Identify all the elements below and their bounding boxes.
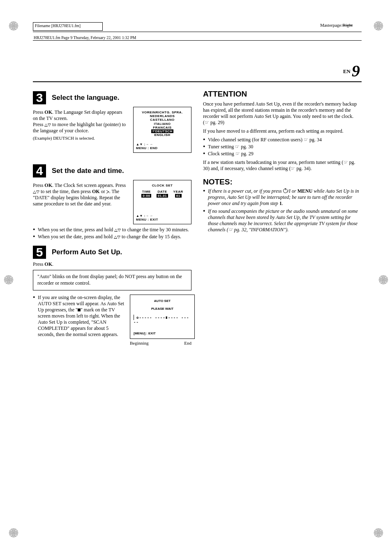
crop-mark-icon (9, 21, 18, 30)
language-screen: VOREINRICHTG. SPRA. NEDERLANDS CASTELLAN… (133, 107, 191, 153)
crop-mark-icon (9, 528, 18, 537)
step-4-text: Press OK. The Clock Set screen appears. … (33, 182, 127, 207)
attention-heading: ATTENTION (203, 90, 362, 99)
step-5-callout: "Auto" blinks on the front display panel… (33, 270, 191, 290)
power-icon (283, 189, 288, 193)
pagemaker-line: HRJ278EU1.fm Page 9 Thursday, February 2… (34, 35, 136, 40)
step-number-5: 5 (33, 246, 46, 259)
step-number-3: 3 (33, 91, 46, 104)
attention-p2: If you have moved to a different area, p… (203, 128, 362, 134)
attention-p3: If a new station starts broadcasting in … (203, 159, 362, 172)
step-3-text: Press OK. The Language Set display appea… (33, 109, 127, 134)
page-content: Filename [HRJ278EU1.fm] HRJ278EU1.fm Pag… (33, 23, 362, 345)
step-number-4: 4 (33, 164, 46, 177)
step-5-para: If you are using the on-screen display, … (33, 295, 126, 338)
step-5-title: Perform Auto Set Up. (52, 248, 122, 256)
step-4-title: Set the date and time. (52, 167, 124, 175)
step-4-bullets: When you set the time, press and hold to… (33, 227, 191, 240)
triangle-down-icon (118, 229, 121, 232)
right-column: ATTENTION Once you have performed Auto S… (203, 90, 362, 345)
filename-text: Filename [HRJ278EU1.fm] (35, 23, 81, 28)
left-column: 3 Select the language. Press OK. The Lan… (33, 90, 191, 345)
step-3-example: (Example) DEUTSCH is selected. (33, 136, 127, 140)
step-3-title: Select the language. (52, 94, 119, 102)
triangle-up-icon (33, 191, 36, 193)
step-5-header: 5 Perform Auto Set Up. (33, 246, 191, 259)
step-3-header: 3 Select the language. (33, 91, 191, 104)
notes-heading: NOTES: (203, 177, 362, 187)
triangle-down-icon (117, 236, 120, 239)
triangle-down-icon (48, 124, 51, 127)
attention-p1: Once you have performed Auto Set Up, eve… (203, 101, 362, 126)
triangle-up-icon (44, 124, 48, 127)
page-number: EN 9 (33, 61, 362, 82)
crop-mark-icon (374, 528, 383, 537)
autoset-labels: Beginning End (130, 341, 191, 345)
crop-mark-icon (374, 21, 383, 30)
triangle-down-icon (36, 191, 39, 193)
attention-bullets: Video channel setting (for RF connection… (203, 137, 362, 157)
autoset-screen: AUTO SET PLEASE WAIT o----- ----∎---- --… (130, 295, 195, 339)
triangle-up-icon (114, 229, 118, 232)
notes-list: If there is a power cut, or if you press… (203, 188, 362, 233)
step-5-press-ok: Press OK. (33, 261, 191, 267)
filename-box: Filename [HRJ278EU1.fm] (33, 22, 103, 31)
triangle-right-icon (106, 190, 109, 193)
stop-icon (78, 309, 81, 311)
clock-screen: CLOCK SET TIME0:00 DATE01.01 YEAR01 ▲▼ :… (133, 180, 191, 224)
crop-mark-icon (379, 275, 388, 284)
triangle-up-icon (114, 236, 117, 239)
crop-mark-icon (4, 275, 13, 284)
step-4-header: 4 Set the date and time. (33, 164, 191, 177)
